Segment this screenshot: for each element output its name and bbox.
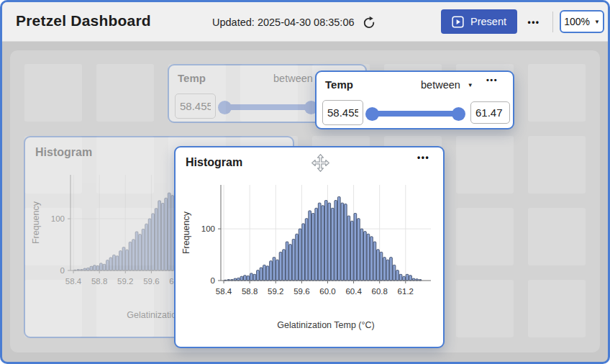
placeholder-tile (456, 208, 514, 265)
svg-text:58.8: 58.8 (91, 277, 107, 286)
svg-text:0: 0 (60, 266, 65, 275)
refresh-button[interactable] (362, 15, 376, 29)
svg-text:58.8: 58.8 (242, 287, 258, 296)
filter-title: Temp (325, 78, 353, 91)
zoom-level-value: 100% (564, 16, 590, 27)
svg-text:59.6: 59.6 (293, 287, 309, 296)
more-icon: ••• (486, 76, 498, 84)
slider-handle-max[interactable] (452, 107, 465, 121)
placeholder-tile (24, 64, 82, 122)
placeholder-tile (528, 208, 586, 265)
updated-label: Updated: 2025-04-30 08:35:06 (212, 17, 355, 28)
present-label: Present (470, 16, 506, 27)
svg-text:Gelatinization Temp (°C): Gelatinization Temp (°C) (277, 320, 374, 330)
min-value-input (175, 94, 216, 119)
placeholder-tile (96, 64, 154, 122)
operator-value: between (273, 73, 313, 84)
placeholder-tile (456, 136, 514, 194)
updated-status: Updated: 2025-04-30 08:35:06 (212, 15, 376, 29)
play-icon (452, 16, 464, 28)
chart-title: Histogram (186, 156, 242, 169)
histogram-card[interactable]: Histogram ••• 010058.458.859.259.660.060… (174, 146, 445, 348)
svg-text:100: 100 (201, 224, 215, 233)
svg-text:Frequency: Frequency (31, 201, 41, 244)
header-more-button[interactable]: ••• (519, 13, 548, 32)
chart-title: Histogram (35, 146, 92, 159)
range-slider-track[interactable] (372, 111, 458, 117)
filter-more-button[interactable]: ••• (486, 76, 498, 84)
more-icon: ••• (527, 17, 540, 27)
zoom-level-dropdown[interactable]: 100% ▼ (560, 10, 604, 33)
page-title: Pretzel Dashboard (16, 12, 151, 29)
operator-value: between (421, 79, 460, 91)
svg-text:59.2: 59.2 (117, 277, 133, 286)
svg-text:60.0: 60.0 (319, 287, 335, 296)
header-bar: Pretzel Dashboard Updated: 2025-04-30 08… (2, 2, 608, 42)
slider-handle-min[interactable] (365, 107, 379, 121)
move-icon[interactable] (311, 153, 330, 173)
placeholder-tile (528, 64, 586, 122)
temp-filter-card[interactable]: Temp between ▼ ••• (315, 70, 514, 129)
slider-handle-min (218, 101, 232, 114)
svg-text:Frequency: Frequency (181, 211, 191, 254)
max-value-input[interactable] (470, 101, 510, 124)
svg-text:60.4: 60.4 (345, 287, 362, 296)
min-value-input[interactable] (322, 100, 363, 125)
svg-text:59.2: 59.2 (268, 287, 283, 296)
placeholder-tile (456, 280, 514, 337)
svg-text:59.6: 59.6 (143, 277, 159, 286)
refresh-icon (362, 15, 376, 29)
svg-text:60.8: 60.8 (371, 287, 387, 296)
svg-text:100: 100 (51, 214, 65, 223)
chevron-down-icon: ▼ (594, 19, 600, 25)
placeholder-tile (528, 136, 586, 194)
header-divider (552, 12, 553, 32)
svg-text:0: 0 (211, 276, 215, 285)
filter-title: Temp (178, 72, 206, 84)
histogram-chart: 010058.458.859.259.660.060.460.861.2Gela… (179, 178, 440, 335)
app-window: Pretzel Dashboard Updated: 2025-04-30 08… (0, 0, 610, 364)
chart-more-button[interactable]: ••• (417, 153, 429, 163)
placeholder-tile (528, 280, 586, 337)
range-slider-track (224, 104, 311, 110)
svg-text:58.4: 58.4 (65, 277, 82, 286)
svg-text:58.4: 58.4 (216, 287, 232, 296)
operator-dropdown[interactable]: between ▼ (421, 79, 473, 91)
svg-text:61.2: 61.2 (398, 287, 414, 296)
more-icon: ••• (417, 153, 429, 163)
chevron-down-icon: ▼ (468, 82, 473, 88)
present-button[interactable]: Present (441, 9, 517, 34)
